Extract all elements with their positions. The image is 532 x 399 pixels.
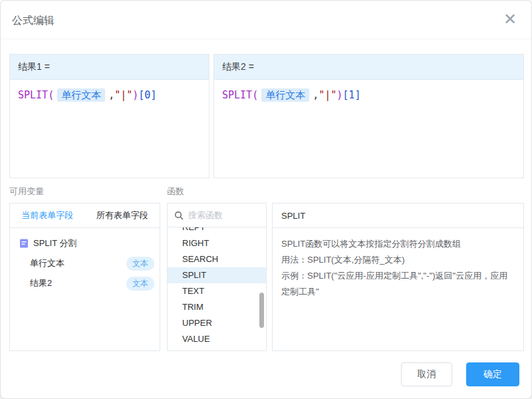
functions-panel: REPT RIGHT SEARCH SPLIT TEXT TRIM UPPER …: [167, 203, 267, 351]
field-name: 结果2: [30, 277, 52, 289]
function-description-body: SPLIT函数可以将文本按指定分割符分割成数组 用法：SPLIT(文本,分隔符_…: [273, 228, 523, 308]
description-line: SPLIT函数可以将文本按指定分割符分割成数组: [281, 236, 515, 252]
confirm-button[interactable]: 确定: [466, 362, 519, 386]
function-list-item[interactable]: TEXT: [168, 283, 266, 299]
description-line: 示例：SPLIT("云应用-应用定制工具","-")返回"云应用，应用定制工具": [281, 268, 515, 300]
formula-index-token: [1]: [342, 89, 360, 101]
formula-function-token: SPLIT(: [18, 89, 54, 101]
variables-tree: SPLIT 分割 单行文本 文本 结果2 文本: [10, 228, 160, 293]
tree-root-row[interactable]: SPLIT 分割: [10, 233, 160, 253]
function-list-item[interactable]: VALUE: [168, 331, 266, 347]
variables-panel: 当前表单字段 所有表单字段 SPLIT 分割 单行文本 文本 结果2 文本: [9, 203, 160, 351]
field-type-badge: 文本: [126, 277, 154, 291]
function-search-row: [168, 203, 266, 227]
function-list-item[interactable]: UPPER: [168, 315, 266, 331]
description-line: 用法：SPLIT(文本,分隔符_文本): [281, 252, 515, 268]
tree-root-label: SPLIT 分割: [33, 237, 77, 249]
result1-formula-editor[interactable]: SPLIT(单行文本,"|")[0]: [10, 80, 209, 111]
tab-current-form-fields[interactable]: 当前表单字段: [10, 203, 85, 227]
cancel-button[interactable]: 取消: [401, 362, 452, 386]
result1-panel: 结果1 = SPLIT(单行文本,"|")[0]: [9, 54, 209, 178]
result1-label: 结果1 =: [10, 55, 209, 80]
function-list-item[interactable]: TRIM: [168, 299, 266, 315]
field-type-badge: 文本: [126, 257, 154, 271]
formula-string-token: "|": [319, 89, 336, 101]
function-description-panel: SPLIT SPLIT函数可以将文本按指定分割符分割成数组 用法：SPLIT(文…: [272, 203, 524, 351]
function-list-item[interactable]: REPT: [168, 227, 266, 235]
formula-edit-dialog: 公式编辑 ✕ 结果1 = SPLIT(单行文本,"|")[0] 结果2 = SP…: [0, 0, 532, 399]
dialog-header: 公式编辑 ✕: [1, 1, 531, 39]
function-list-scrollbar[interactable]: [259, 293, 264, 328]
tab-all-form-fields[interactable]: 所有表单字段: [85, 203, 160, 227]
formula-paren-token: ): [132, 89, 138, 101]
close-icon[interactable]: ✕: [503, 10, 517, 29]
function-list-item[interactable]: RIGHT: [168, 235, 266, 251]
result2-panel: 结果2 = SPLIT(单行文本,"|")[1]: [213, 54, 524, 178]
formula-string-token: "|": [114, 89, 132, 101]
formula-variable-chip[interactable]: 单行文本: [57, 88, 105, 102]
formula-comma-token: ,: [313, 89, 319, 101]
formula-variable-chip[interactable]: 单行文本: [261, 88, 309, 102]
dialog-title: 公式编辑: [12, 14, 55, 28]
function-search-input[interactable]: [188, 210, 259, 220]
result2-formula-editor[interactable]: SPLIT(单行文本,"|")[1]: [214, 80, 523, 111]
tree-field-row[interactable]: 单行文本 文本: [10, 253, 160, 273]
formula-paren-token: ): [336, 89, 342, 101]
function-list: REPT RIGHT SEARCH SPLIT TEXT TRIM UPPER …: [168, 227, 266, 351]
formula-function-token: SPLIT(: [222, 89, 258, 101]
tree-field-row[interactable]: 结果2 文本: [10, 273, 160, 293]
formula-index-token: [0]: [138, 89, 156, 101]
result2-label: 结果2 =: [214, 55, 523, 80]
form-doc-icon: [19, 239, 29, 248]
function-list-item-selected[interactable]: SPLIT: [168, 267, 266, 283]
functions-section-label: 函数: [167, 186, 184, 198]
function-list-item[interactable]: SEARCH: [168, 251, 266, 267]
formula-comma-token: ,: [108, 89, 114, 101]
variables-section-label: 可用变量: [9, 186, 44, 198]
function-description-title: SPLIT: [273, 203, 523, 228]
search-icon: [174, 211, 184, 220]
field-name: 单行文本: [30, 257, 65, 269]
variables-tabs: 当前表单字段 所有表单字段: [10, 203, 160, 228]
